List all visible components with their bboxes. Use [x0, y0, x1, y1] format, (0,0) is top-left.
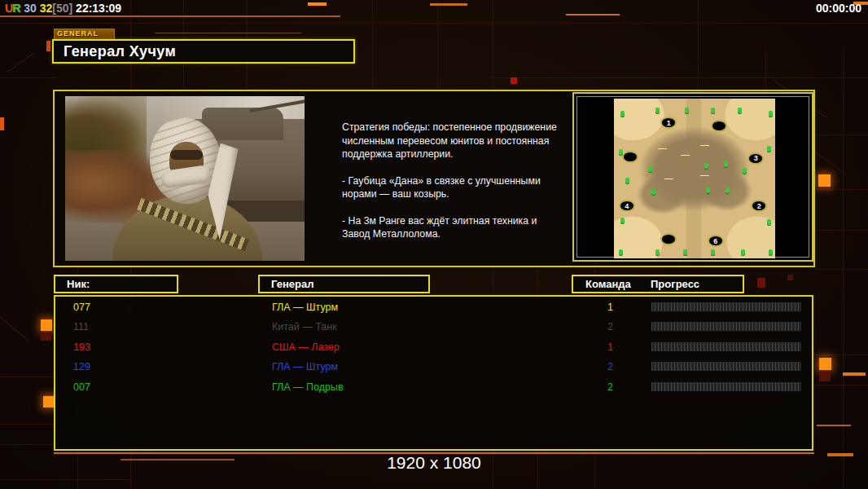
map-green-marker-icon: [743, 168, 747, 174]
map-green-marker-icon: [685, 108, 689, 113]
hud-stat-segment: [50]: [52, 2, 72, 15]
circuit-line: [814, 269, 868, 270]
circuit-line: [7, 53, 33, 73]
circuit-line: [0, 15, 340, 17]
circuit-line: [814, 385, 868, 385]
map-building-icon: [681, 155, 690, 161]
header-team-label: Команда: [585, 276, 631, 292]
map-green-marker-icon: [741, 249, 745, 255]
player-nick: 077: [73, 302, 90, 313]
map-building-icon: [700, 145, 709, 152]
table-row: 129ГЛА — Штурм2: [55, 358, 812, 377]
map-green-marker-icon: [619, 249, 623, 255]
player-team: 1: [589, 341, 613, 353]
map-green-marker-icon: [704, 163, 708, 169]
minimap-letterbox: 13426: [576, 96, 809, 258]
hud-stat-segment: 32: [37, 2, 52, 15]
player-nick: 129: [73, 361, 90, 372]
player-team: 1: [589, 302, 613, 313]
map-start-position-2: 2: [751, 200, 767, 212]
general-info-panel: Стратегия победы: постепенное продвижени…: [53, 90, 815, 267]
circuit-line: [0, 444, 57, 445]
player-team: 2: [589, 321, 613, 333]
circuit-line: [843, 49, 844, 489]
map-green-marker-icon: [620, 218, 625, 223]
circuit-red-square-icon: [819, 372, 831, 381]
strategy-paragraph: - На 3м Ранге вас ждёт элитная техника и…: [342, 214, 567, 241]
player-nick: 193: [73, 341, 90, 353]
hud-stat-segment: R: [12, 2, 20, 15]
table-row: 193США — Лазер1: [55, 338, 812, 358]
circuit-red-square-icon: [511, 77, 517, 84]
map-green-marker-icon: [648, 166, 652, 172]
circuit-line: [0, 377, 57, 377]
player-progress-bar: [651, 361, 801, 372]
circuit-line: [155, 33, 301, 33]
map-green-marker-icon: [651, 189, 655, 195]
player-nick: 007: [73, 381, 90, 393]
map-green-marker-icon: [620, 111, 625, 117]
map-building-icon: [664, 178, 673, 185]
map-start-position: [622, 151, 638, 163]
circuit-line: [0, 117, 4, 130]
strategy-paragraph: - Гаубица «Дана» в связке с улучшенными …: [342, 174, 567, 201]
circuit-line: [489, 77, 868, 78]
circuit-line: [0, 77, 57, 78]
circuit-line: [843, 372, 866, 376]
map-start-position-4: 4: [619, 200, 635, 212]
map-green-marker-icon: [625, 178, 629, 183]
player-progress-bar: [651, 381, 801, 392]
map-green-marker-icon: [738, 108, 742, 113]
circuit-line: [0, 316, 28, 341]
circuit-line: [0, 424, 57, 425]
circuit-line: [0, 479, 130, 480]
circuit-line: [566, 14, 620, 15]
general-portrait-image: [65, 96, 305, 261]
player-general: ГЛА — Подрыв: [272, 381, 344, 393]
player-general: ГЛА — Штурм: [272, 302, 338, 313]
circuit-red-square-icon: [46, 41, 50, 51]
map-start-position-3: 3: [747, 152, 764, 165]
loading-screen: URR 30 32[50] 22:13:09 00:00:00 GENERAL …: [0, 0, 868, 489]
table-row: 077ГЛА — Штурм1: [55, 298, 812, 318]
player-nick: 111: [73, 321, 89, 333]
map-green-marker-icon: [726, 187, 730, 193]
minimap: 13426: [614, 99, 775, 258]
circuit-line: [806, 230, 868, 231]
table-row: 111Китай — Танк2: [55, 318, 812, 337]
strategy-paragraph: Стратегия победы: постепенное продвижени…: [342, 121, 567, 161]
header-team-progress-box: Команда Прогресс: [572, 275, 744, 293]
map-building-icon: [700, 175, 709, 182]
circuit-line: [430, 3, 467, 6]
map-green-marker-icon: [724, 161, 728, 167]
player-progress-bar: [651, 341, 801, 352]
map-start-position: [711, 120, 727, 132]
hud-player-stats: URR 30 32[50] 22:13:09: [5, 2, 121, 15]
general-tab-label: GENERAL: [54, 29, 115, 39]
map-green-marker-icon: [769, 249, 773, 255]
player-progress-bar: [651, 302, 801, 312]
map-green-marker-icon: [711, 249, 715, 255]
header-general-box: Генерал: [258, 275, 430, 293]
players-table: 077ГЛА — Штурм1111Китай — Танк2193США — …: [54, 295, 813, 451]
map-green-marker-icon: [655, 108, 660, 113]
circuit-line: [0, 23, 868, 24]
hud-match-timer: 00:00:00: [816, 2, 861, 15]
minimap-box: 13426: [572, 92, 813, 262]
hud-stat-segment: 30: [20, 2, 36, 15]
player-general: Китай — Танк: [272, 321, 337, 333]
strategy-text: Стратегия победы: постепенное продвижени…: [342, 121, 567, 254]
circuit-line: [698, 0, 699, 94]
circuit-square-icon: [819, 358, 831, 370]
map-start-position: [660, 233, 677, 245]
map-green-marker-icon: [769, 111, 773, 117]
circuit-red-square-icon: [757, 278, 765, 288]
map-green-marker-icon: [711, 108, 715, 113]
general-name-title: Генерал Хучум: [52, 39, 355, 64]
map-green-marker-icon: [767, 146, 771, 152]
portrait-sepia-tint: [65, 96, 305, 261]
map-start-position-6: 6: [708, 235, 724, 247]
map-green-marker-icon: [683, 249, 687, 255]
map-green-marker-icon: [655, 249, 660, 255]
circuit-square-icon: [818, 174, 831, 187]
